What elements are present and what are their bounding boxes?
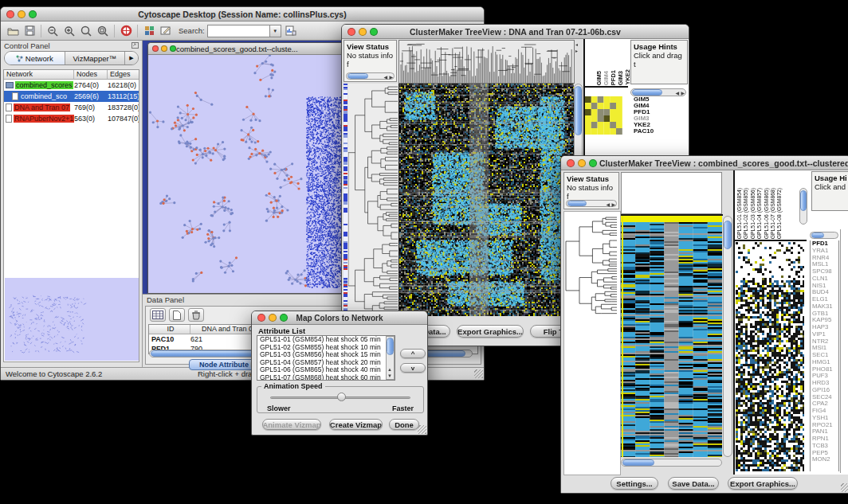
minimize-button[interactable]: [578, 159, 586, 167]
treeview2-column-labels: GPL51-01 (GSM854)GPL51-02 (GSM855)GPL51-…: [736, 171, 786, 239]
view-status-scrollbar[interactable]: ◀▶: [566, 200, 617, 207]
zoom-fit-icon[interactable]: [96, 24, 110, 37]
export-graphics-button[interactable]: Export Graphics...: [728, 477, 798, 490]
float-panel-icon[interactable]: [132, 41, 139, 50]
plugin-icon[interactable]: [142, 24, 156, 37]
heatmap-vscrollbar[interactable]: [723, 216, 732, 457]
settings-button[interactable]: Settings...: [610, 477, 658, 490]
delete-icon[interactable]: [188, 308, 204, 322]
network-doc-icon: [6, 104, 12, 111]
gene-list-hscrollbar[interactable]: [810, 232, 838, 239]
zoom-out-icon[interactable]: [45, 24, 60, 37]
cluster-zoom-canvas[interactable]: [736, 242, 804, 471]
resize-grip[interactable]: [418, 425, 426, 434]
usage-hints-panel: Usage HintsClick and drag t: [630, 40, 688, 84]
map-colors-dialog: Map Colors to Network Attribute List GPL…: [251, 311, 428, 436]
new-document-icon[interactable]: [169, 308, 185, 322]
network-row[interactable]: RNAPuberNov2+1 563(0) 107847(0): [4, 113, 139, 124]
animation-speed-group: Animation Speed Slower Faster: [257, 386, 424, 413]
heatmap-canvas[interactable]: [398, 84, 574, 316]
animate-vizmap-button[interactable]: Animate Vizmap: [262, 419, 321, 430]
minimize-button[interactable]: [18, 10, 26, 18]
cluster-zoom-canvas[interactable]: [585, 96, 622, 135]
resize-grip[interactable]: [841, 483, 848, 492]
save-data-button[interactable]: Save Data...: [668, 477, 719, 490]
tab-more-arrow[interactable]: ▶: [125, 52, 138, 64]
export-graphics-button[interactable]: Export Graphics...: [457, 325, 524, 338]
help-ring-icon[interactable]: [119, 24, 133, 37]
row-dendrogram-canvas[interactable]: [563, 211, 621, 475]
control-panel-title: Control Panel: [4, 41, 50, 50]
tab-vizmapper[interactable]: VizMapper™: [65, 52, 126, 64]
column-label: GPL51-02 (GSM855): [743, 188, 749, 239]
window-title: Cytoscape Desktop (Session Name: collins…: [1, 10, 484, 19]
desktop: { "colors": { "lavender": "#ccccf8", "se…: [0, 0, 848, 504]
done-button[interactable]: Done: [389, 419, 419, 430]
gene-label-list: PFD1YRA1RNR4MSL1SPC98CLN1NIS1BUD4ELG1MAK…: [810, 240, 839, 471]
resize-grip[interactable]: [474, 369, 483, 378]
attribute-list[interactable]: GPL51-01 (GSM854) heat shock 05 minGPL51…: [257, 335, 395, 381]
zoom-button[interactable]: [280, 314, 288, 322]
open-icon[interactable]: [6, 24, 20, 37]
row-dendrogram-canvas[interactable]: [348, 84, 398, 316]
network-view-window: combined_scores_good.txt--cluste...: [147, 42, 345, 294]
column-label: GPL51-08 (GSM872): [776, 188, 783, 239]
attribute-browser-icon[interactable]: [284, 24, 298, 37]
move-down-button[interactable]: v: [400, 363, 426, 373]
speed-slider-thumb[interactable]: [337, 393, 346, 401]
heatmap-hscrollbar[interactable]: [621, 459, 722, 467]
zoom-button[interactable]: [29, 10, 37, 18]
treeview2-window: ClusterMaker TreeView : combined_scores_…: [560, 155, 848, 494]
close-button[interactable]: [347, 28, 355, 36]
attribute-item[interactable]: GPL51-07 (GSM868) heat shock 60 min: [257, 374, 395, 381]
zoom-selected-icon[interactable]: [79, 24, 93, 37]
column-label: GIM3: [618, 71, 624, 85]
save-icon[interactable]: [22, 24, 37, 37]
zoom-button[interactable]: [589, 159, 597, 167]
heatmap-canvas[interactable]: [621, 216, 722, 457]
treeview1-titlebar[interactable]: ClusterMaker TreeView : DNA and Tran 07-…: [342, 25, 689, 39]
zoom-button[interactable]: [370, 28, 378, 36]
main-titlebar[interactable]: Cytoscape Desktop (Session Name: collins…: [1, 7, 484, 21]
column-dendrogram-canvas[interactable]: [398, 40, 575, 84]
close-button[interactable]: [152, 45, 159, 52]
scroll-right-arrow[interactable]: ▸: [575, 48, 578, 54]
table-icon[interactable]: [150, 308, 166, 322]
scroll-left-arrow[interactable]: ◂: [575, 41, 578, 48]
minimize-button[interactable]: [269, 314, 277, 322]
search-input[interactable]: [207, 25, 269, 37]
create-vizmap-button[interactable]: Create Vizmap: [329, 419, 383, 430]
treeview1-row-labels: GIM5GIM4PFD1GIM3YKE2PAC10: [634, 96, 669, 135]
search-dropdown-button[interactable]: ▼: [269, 25, 281, 37]
network-doc-icon: [12, 92, 18, 100]
zoom-in-icon[interactable]: [62, 24, 77, 37]
network-view-canvas[interactable]: [148, 55, 344, 293]
attribute-list-label: Attribute List: [258, 326, 305, 335]
network-view-title: combined_scores_good.txt--cluste...: [176, 45, 298, 53]
minimize-button[interactable]: [161, 45, 167, 52]
close-button[interactable]: [257, 314, 265, 322]
tab-network[interactable]: Network: [5, 52, 65, 64]
status-welcome: Welcome to Cytoscape 2.6.2: [6, 369, 102, 378]
view-status-panel: View StatusNo status info f ◀▶: [563, 172, 619, 209]
annotation-icon[interactable]: [159, 24, 173, 37]
dialog-titlebar[interactable]: Map Colors to Network: [252, 311, 427, 325]
network-overview-thumbnail[interactable]: [5, 278, 139, 361]
view-status-scrollbar[interactable]: ◀▶: [346, 72, 395, 80]
labels-vscrollbar[interactable]: [799, 188, 807, 225]
network-doc-icon: [6, 115, 12, 123]
attribute-list-scrollbar[interactable]: ▲▼: [386, 336, 395, 380]
network-row[interactable]: combined_scores 2764(0) 16218(0): [4, 80, 139, 91]
move-up-button[interactable]: ^: [400, 349, 426, 358]
gene-label[interactable]: MON2: [812, 456, 838, 463]
animation-speed-label: Animation Speed: [261, 382, 325, 390]
zoom-button[interactable]: [170, 45, 176, 52]
network-list-panel: Network Nodes Edges combined_scores 2764…: [3, 69, 139, 362]
column-label: PFD1: [610, 70, 617, 85]
close-button[interactable]: [567, 159, 575, 167]
network-row-selected[interactable]: combined_sco 2569(6) 13112(15): [4, 91, 139, 102]
minimize-button[interactable]: [359, 28, 367, 36]
treeview2-titlebar[interactable]: ClusterMaker TreeView : combined_scores_…: [561, 156, 848, 170]
close-button[interactable]: [6, 10, 14, 18]
network-row[interactable]: DNA and Tran 07 769(0) 183728(0): [4, 102, 139, 113]
